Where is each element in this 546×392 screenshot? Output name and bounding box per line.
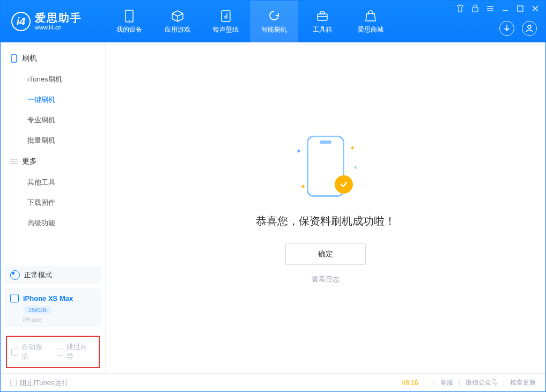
close-button[interactable]: [530, 4, 540, 13]
sparkle-icon: ✦: [350, 144, 355, 152]
sidebar-item-label: 其他工具: [27, 177, 55, 187]
svg-rect-11: [518, 6, 523, 11]
checkbox-block-itunes[interactable]: 阻止iTunes运行: [10, 378, 69, 388]
nav-tab-label: 铃声壁纸: [213, 25, 239, 34]
nav-tab-toolbox[interactable]: 工具箱: [298, 1, 346, 42]
nav-tab-label: 工具箱: [313, 25, 332, 34]
app-url: www.i4.cn: [35, 24, 82, 31]
nav-tab-label: 应用游戏: [165, 25, 190, 34]
sidebar-scroll: 刷机 iTunes刷机 一键刷机 专业刷机 批量刷机 更多 其他工具 下载固件 …: [1, 42, 105, 264]
svg-rect-15: [11, 55, 17, 62]
sidebar-heading-more: 更多: [1, 151, 105, 172]
toolbox-icon: [315, 9, 329, 23]
options-highlight-box: 自动激活 跳过向导: [6, 336, 100, 368]
nav-tab-my-device[interactable]: 我的设备: [105, 1, 153, 42]
music-file-icon: [219, 9, 233, 23]
footer-left: 阻止iTunes运行: [10, 378, 401, 388]
checkbox-skip-guide[interactable]: 跳过向导: [57, 342, 95, 361]
separator: |: [459, 379, 460, 387]
success-illustration: ✦ ✦ ✦ +: [291, 131, 360, 201]
svg-point-1: [129, 20, 130, 21]
sidebar-heading-flash: 刷机: [1, 48, 105, 69]
cube-icon: [171, 9, 185, 23]
bag-icon: [364, 9, 378, 23]
download-button[interactable]: [499, 21, 514, 36]
checkbox-icon: [57, 349, 64, 356]
svg-point-14: [528, 25, 531, 28]
shirt-icon[interactable]: [455, 4, 465, 13]
footer-link-support[interactable]: 客服: [440, 378, 453, 387]
device-name-row: iPhone XS Max: [10, 294, 95, 302]
footer: 阻止iTunes运行 V8.16 | 客服 | 微信公众号 | 检查更新: [1, 373, 545, 391]
app-window: i4 爱思助手 www.i4.cn 我的设备 应用游戏 铃声壁纸 智能刷机: [0, 0, 546, 392]
svg-rect-6: [473, 8, 478, 12]
sidebar-item-label: 高级功能: [27, 218, 55, 228]
svg-rect-4: [320, 12, 324, 14]
maximize-button[interactable]: [515, 4, 525, 13]
app-name: 爱思助手: [35, 12, 82, 24]
sparkle-icon: ✦: [296, 147, 301, 155]
checkbox-auto-activate[interactable]: 自动激活: [11, 342, 49, 361]
titlebar-action-buttons: [499, 21, 537, 36]
checkbox-icon: [11, 349, 18, 356]
sidebar-item-onekey-flash[interactable]: 一键刷机: [1, 90, 105, 110]
sidebar-item-itunes-flash[interactable]: iTunes刷机: [1, 69, 105, 90]
nav-tab-label: 智能刷机: [261, 25, 287, 34]
nav-tab-label: 我的设备: [116, 25, 142, 34]
window-controls: [455, 4, 540, 13]
ok-button[interactable]: 确定: [285, 243, 366, 265]
sidebar-item-download-firmware[interactable]: 下载固件: [1, 193, 105, 213]
view-log-link[interactable]: 查看日志: [312, 275, 340, 284]
sidebar: 刷机 iTunes刷机 一键刷机 专业刷机 批量刷机 更多 其他工具 下载固件 …: [1, 42, 106, 373]
sparkle-icon: ✦: [300, 183, 306, 190]
lock-icon[interactable]: [470, 4, 480, 13]
separator: |: [433, 379, 435, 387]
footer-link-update[interactable]: 检查更新: [510, 378, 536, 387]
titlebar: i4 爱思助手 www.i4.cn 我的设备 应用游戏 铃声壁纸 智能刷机: [1, 1, 545, 42]
nav-tab-ringtones[interactable]: 铃声壁纸: [202, 1, 250, 42]
phone-outline-icon: [10, 55, 18, 62]
phone-icon: [10, 294, 19, 302]
minimize-button[interactable]: [500, 4, 510, 13]
sidebar-item-batch-flash[interactable]: 批量刷机: [1, 130, 105, 151]
body: 刷机 iTunes刷机 一键刷机 专业刷机 批量刷机 更多 其他工具 下载固件 …: [1, 42, 545, 373]
footer-link-wechat[interactable]: 微信公众号: [466, 378, 498, 387]
menu-icon[interactable]: [485, 4, 495, 13]
check-badge-icon: [335, 175, 353, 194]
mode-icon: [10, 270, 20, 280]
logo-icon: i4: [11, 12, 31, 31]
sidebar-item-label: 下载固件: [27, 198, 55, 208]
sidebar-item-pro-flash[interactable]: 专业刷机: [1, 110, 105, 130]
footer-right: V8.16 | 客服 | 微信公众号 | 检查更新: [401, 378, 536, 387]
device-card[interactable]: iPhone XS Max 256GB iPhone: [5, 289, 101, 327]
separator: |: [503, 379, 505, 387]
sidebar-heading-label: 更多: [22, 157, 37, 166]
nav-tab-store[interactable]: 爱思商城: [346, 1, 395, 42]
sidebar-item-other-tools[interactable]: 其他工具: [1, 172, 105, 193]
sidebar-item-label: 专业刷机: [27, 115, 55, 125]
device-name: iPhone XS Max: [23, 294, 73, 302]
device-storage-badge: 256GB: [23, 306, 52, 314]
logo-area: i4 爱思助手 www.i4.cn: [1, 12, 105, 31]
sidebar-item-label: 一键刷机: [27, 95, 55, 105]
device-mode-card[interactable]: 正常模式: [5, 266, 101, 284]
device-type: iPhone: [23, 316, 95, 323]
sidebar-item-advanced[interactable]: 高级功能: [1, 213, 105, 233]
nav-tab-label: 爱思商城: [358, 25, 383, 34]
nav-tab-flash[interactable]: 智能刷机: [250, 1, 298, 42]
checkbox-icon: [10, 380, 17, 386]
device-mode-label: 正常模式: [24, 270, 52, 280]
sidebar-item-label: iTunes刷机: [27, 75, 62, 84]
sidebar-item-label: 批量刷机: [27, 136, 55, 145]
svg-rect-3: [318, 14, 327, 20]
sparkle-icon: +: [353, 164, 357, 171]
list-icon: [10, 158, 18, 165]
nav-tab-apps[interactable]: 应用游戏: [153, 1, 202, 42]
checkbox-label: 跳过向导: [67, 342, 94, 361]
refresh-shield-icon: [267, 9, 281, 23]
logo-text: 爱思助手 www.i4.cn: [35, 12, 82, 31]
nav-tabs: 我的设备 应用游戏 铃声壁纸 智能刷机 工具箱 爱思商城: [105, 1, 395, 42]
content-area: ✦ ✦ ✦ + 恭喜您，保资料刷机成功啦！ 确定 查看日志: [106, 42, 545, 373]
checkbox-label: 自动激活: [21, 342, 49, 361]
user-button[interactable]: [522, 21, 537, 36]
